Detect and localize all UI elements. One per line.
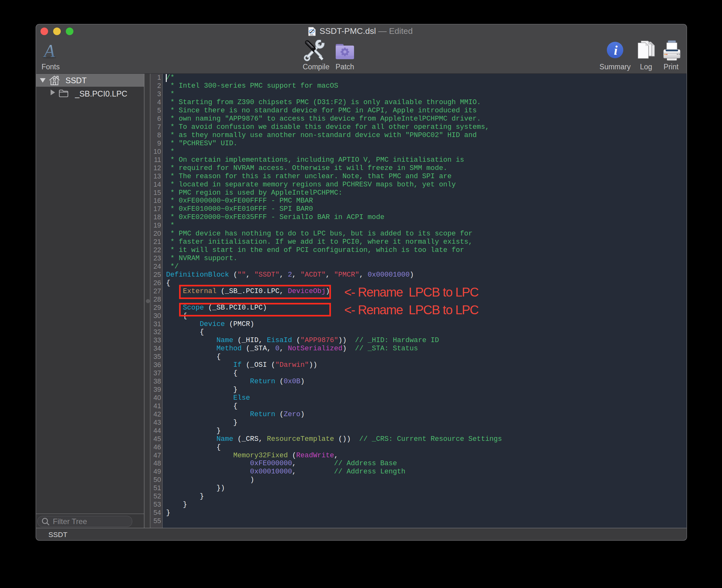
- svg-text:i: i: [614, 43, 618, 58]
- svg-text:DSL: DSL: [310, 34, 314, 36]
- svg-text:A: A: [43, 43, 55, 59]
